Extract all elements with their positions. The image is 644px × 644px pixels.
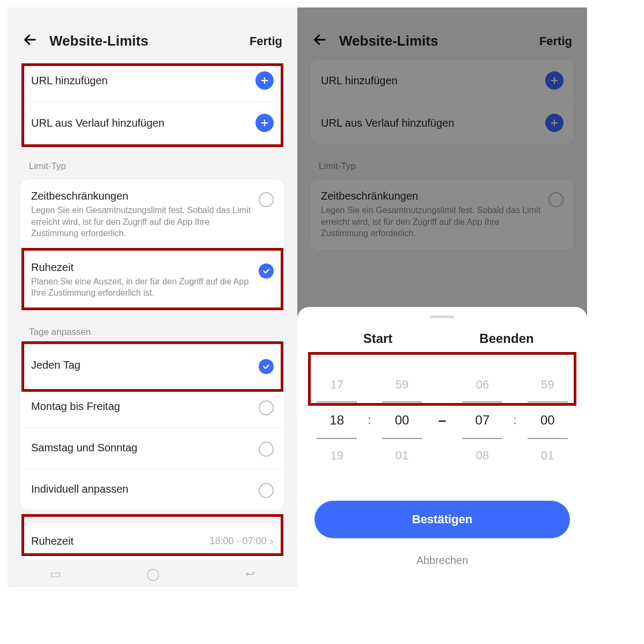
option-title: Zeitbeschränkungen: [31, 190, 253, 202]
time-picker-sheet: Start Beenden 17 18 19 : 59 00 01 – 06: [297, 307, 587, 587]
option-label: Montag bis Freitag: [31, 400, 259, 413]
radio-unchecked-icon[interactable]: [259, 442, 274, 457]
add-url-row[interactable]: URL hinzufügen: [20, 60, 284, 101]
nav-back-icon[interactable]: ↩: [245, 567, 255, 581]
system-nav-bar: ▭ ◯ ↩: [8, 561, 297, 587]
downtime-row-card: Ruhezeit 18:00 - 07:00 ›: [20, 523, 284, 560]
confirm-button[interactable]: Bestätigen: [314, 501, 570, 538]
days-card: Jeden Tag Montag bis Freitag Samstag und…: [20, 345, 284, 510]
add-url-history-label: URL aus Verlauf hinzufügen: [31, 117, 255, 129]
phone-right: Website-Limits Fertig URL hinzufügen URL…: [297, 8, 587, 587]
downtime-label: Ruhezeit: [31, 535, 210, 547]
nav-home-icon[interactable]: ◯: [147, 567, 160, 581]
option-weekend[interactable]: Samstag und Sonntag: [20, 427, 284, 469]
picker-end-minute[interactable]: 59 00 01: [519, 377, 576, 464]
add-url-history-row[interactable]: URL aus Verlauf hinzufügen: [20, 101, 284, 144]
downtime-row[interactable]: Ruhezeit 18:00 - 07:00 ›: [20, 523, 284, 560]
nav-recent-icon[interactable]: ▭: [50, 567, 61, 581]
option-downtime[interactable]: Ruhezeit Planen Sie eine Auszeit, in der…: [20, 250, 284, 310]
option-time-limit[interactable]: Zeitbeschränkungen Legen Sie ein Gesamtn…: [20, 179, 284, 250]
option-title: Ruhezeit: [31, 261, 253, 274]
cancel-button[interactable]: Abbrechen: [297, 538, 587, 572]
radio-checked-icon[interactable]: [259, 264, 274, 279]
option-weekdays[interactable]: Montag bis Freitag: [20, 386, 284, 427]
days-label: Tage anpassen: [8, 323, 297, 345]
option-label: Samstag und Sonntag: [31, 442, 259, 454]
header: Website-Limits Fertig: [8, 8, 297, 60]
radio-unchecked-icon[interactable]: [259, 483, 274, 498]
colon-separator: :: [365, 413, 373, 427]
option-custom[interactable]: Individuell anpassen: [20, 469, 284, 510]
option-label: Jeden Tag: [31, 359, 259, 371]
done-button[interactable]: Fertig: [250, 34, 282, 48]
colon-separator: :: [511, 413, 519, 427]
chevron-right-icon: ›: [270, 535, 274, 548]
radio-unchecked-icon[interactable]: [259, 192, 274, 207]
picker-start-hour[interactable]: 17 18 19: [308, 377, 365, 464]
plus-icon[interactable]: [255, 71, 274, 90]
plus-icon[interactable]: [255, 114, 274, 132]
back-arrow-icon[interactable]: [23, 32, 38, 50]
limit-type-card: Zeitbeschränkungen Legen Sie ein Gesamtn…: [20, 179, 284, 310]
picker-header-start: Start: [313, 331, 442, 346]
limit-type-label: Limit-Typ: [8, 157, 297, 179]
option-desc: Planen Sie eine Auszeit, in der für den …: [31, 276, 253, 299]
phone-left: Website-Limits Fertig URL hinzufügen URL…: [8, 8, 297, 587]
option-label: Individuell anpassen: [31, 483, 259, 495]
dash-separator: –: [431, 412, 453, 429]
sheet-grip-icon[interactable]: [430, 316, 455, 318]
time-picker[interactable]: 17 18 19 : 59 00 01 – 06 07 08 :: [297, 361, 587, 479]
downtime-value: 18:00 - 07:00: [210, 536, 267, 547]
add-url-label: URL hinzufügen: [31, 75, 255, 87]
radio-checked-icon[interactable]: [259, 359, 274, 374]
picker-header-end: Beenden: [442, 331, 571, 346]
radio-unchecked-icon[interactable]: [259, 400, 274, 415]
picker-start-minute[interactable]: 59 00 01: [373, 377, 430, 464]
page-title: Website-Limits: [49, 33, 250, 49]
add-url-card: URL hinzufügen URL aus Verlauf hinzufüge…: [20, 60, 284, 144]
picker-end-hour[interactable]: 06 07 08: [453, 377, 511, 464]
option-every-day[interactable]: Jeden Tag: [20, 345, 284, 386]
option-desc: Legen Sie ein Gesamtnutzungslimit fest. …: [31, 204, 253, 239]
